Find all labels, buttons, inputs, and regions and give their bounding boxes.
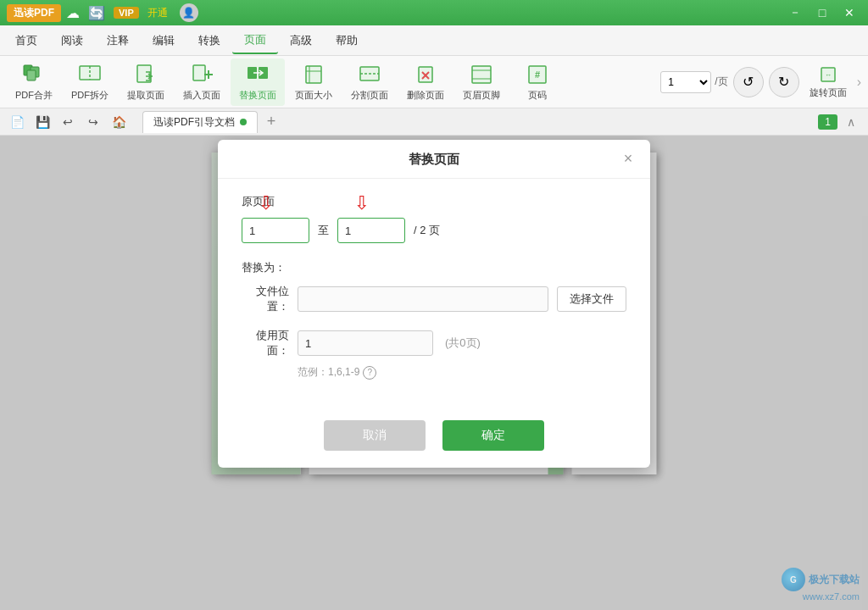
split-page-icon bbox=[357, 63, 382, 86]
pdf-split-label: PDF拆分 bbox=[71, 89, 108, 102]
file-tab-dot bbox=[240, 119, 247, 125]
file-tab[interactable]: 迅读PDF引导文档 bbox=[142, 111, 258, 133]
header-footer-button[interactable]: 页眉页脚 bbox=[454, 58, 509, 106]
rotate-page-button[interactable]: ↔ 旋转页面 bbox=[804, 58, 852, 106]
dialog-close-button[interactable]: × bbox=[618, 149, 638, 169]
cancel-button[interactable]: 取消 bbox=[324, 420, 426, 451]
undo-icon[interactable]: ↩ bbox=[58, 112, 78, 132]
dialog-overlay: 替换页面 × 原页面 ⇧ 至 bbox=[0, 136, 868, 610]
avatar: 👤 bbox=[180, 3, 198, 22]
menu-bar: 首页 阅读 注释 编辑 转换 页面 高级 帮助 bbox=[0, 25, 868, 56]
replace-page-label: 替换页面 bbox=[239, 89, 276, 102]
page-select[interactable]: 1 bbox=[660, 71, 711, 93]
cloud-icon: ☁ bbox=[66, 5, 80, 21]
toolbar: PDF合并 PDF拆分 提取页面 插入页面 替换页面 页面大小 分割页面 bbox=[0, 56, 868, 108]
title-left: 迅读PDF ☁ 🔄 VIP 开通 👤 bbox=[7, 3, 202, 22]
dialog-header: 替换页面 × bbox=[218, 140, 650, 179]
file-location-label: 文件位置： bbox=[242, 284, 289, 314]
to-page-input[interactable] bbox=[337, 218, 405, 243]
svg-rect-21 bbox=[472, 66, 491, 83]
redo-icon[interactable]: ↪ bbox=[83, 112, 103, 132]
minimize-button[interactable]: － bbox=[783, 3, 807, 23]
watermark: G 极光下载站 www.xz7.com bbox=[782, 568, 860, 602]
restore-button[interactable]: □ bbox=[810, 3, 834, 23]
rotate-page-label: 旋转页面 bbox=[810, 86, 847, 99]
split-page-button[interactable]: 分割页面 bbox=[342, 58, 397, 106]
confirm-button[interactable]: 确定 bbox=[442, 420, 544, 451]
dialog-body: 原页面 ⇧ 至 ⇧ bbox=[218, 179, 650, 408]
extract-page-button[interactable]: 提取页面 bbox=[119, 58, 173, 106]
vip-open[interactable]: 开通 bbox=[147, 6, 168, 20]
window-controls: － □ ✕ bbox=[783, 3, 861, 23]
header-footer-icon bbox=[469, 63, 494, 86]
split-page-label: 分割页面 bbox=[351, 89, 388, 102]
sync-icon: 🔄 bbox=[88, 5, 105, 21]
total-pages-note: (共0页) bbox=[445, 336, 481, 351]
use-pages-label: 使用页面： bbox=[242, 328, 289, 358]
insert-page-icon bbox=[189, 63, 214, 86]
delete-page-label: 删除页面 bbox=[407, 89, 444, 102]
dialog-title: 替换页面 bbox=[409, 152, 459, 168]
extract-page-icon bbox=[133, 63, 159, 86]
menu-help[interactable]: 帮助 bbox=[324, 28, 370, 53]
use-pages-input[interactable] bbox=[298, 330, 433, 356]
tab-area: 迅读PDF引导文档 + 1 ∧ bbox=[142, 111, 861, 133]
tab-collapse-button[interactable]: ∧ bbox=[841, 112, 861, 132]
svg-text:#: # bbox=[535, 69, 540, 80]
choose-file-button[interactable]: 选择文件 bbox=[557, 286, 626, 312]
menu-advanced[interactable]: 高级 bbox=[278, 28, 324, 53]
menu-annotation[interactable]: 注释 bbox=[95, 28, 141, 53]
quick-bar: 📄 💾 ↩ ↪ 🏠 迅读PDF引导文档 + 1 ∧ bbox=[0, 108, 868, 136]
menu-convert[interactable]: 转换 bbox=[186, 28, 232, 53]
page-size-icon bbox=[301, 63, 326, 86]
insert-page-button[interactable]: 插入页面 bbox=[175, 58, 229, 106]
toolbar-more-icon[interactable]: › bbox=[857, 75, 861, 90]
page-number-button[interactable]: # 页码 bbox=[510, 58, 565, 106]
pdf-merge-label: PDF合并 bbox=[15, 89, 53, 102]
pdf-merge-icon bbox=[21, 63, 47, 86]
tab-add-button[interactable]: + bbox=[261, 112, 281, 132]
page-range-total: / 2 页 bbox=[414, 223, 440, 238]
extract-page-label: 提取页面 bbox=[127, 89, 164, 102]
hint-text: 范例：1,6,1-9 bbox=[298, 365, 359, 380]
source-page-label: 原页面 bbox=[242, 194, 626, 209]
page-input-group: 1 /页 bbox=[660, 71, 727, 93]
home-icon[interactable]: 🏠 bbox=[108, 112, 129, 132]
rotate-ccw-button[interactable]: ↺ bbox=[733, 67, 764, 97]
menu-read[interactable]: 阅读 bbox=[49, 28, 95, 53]
vip-badge: VIP bbox=[114, 7, 139, 19]
from-page-input[interactable] bbox=[242, 218, 309, 243]
menu-edit[interactable]: 编辑 bbox=[141, 28, 186, 53]
watermark-site: 极光下载站 bbox=[809, 573, 860, 587]
svg-rect-13 bbox=[306, 66, 321, 83]
watermark-url: www.xz7.com bbox=[803, 591, 860, 602]
file-location-input[interactable] bbox=[298, 286, 548, 312]
app-name: 迅读PDF bbox=[7, 4, 61, 22]
file-icon[interactable]: 📄 bbox=[7, 112, 27, 132]
file-tab-name: 迅读PDF引导文档 bbox=[153, 115, 235, 130]
main-area: 你好，欢迎使用迅读PDF bbox=[0, 136, 868, 610]
close-button[interactable]: ✕ bbox=[837, 3, 861, 23]
rotate-cw-button[interactable]: ↻ bbox=[769, 67, 799, 97]
delete-page-button[interactable]: 删除页面 bbox=[398, 58, 453, 106]
svg-text:↔: ↔ bbox=[825, 71, 832, 79]
replace-page-dialog: 替换页面 × 原页面 ⇧ 至 bbox=[218, 140, 650, 468]
menu-home[interactable]: 首页 bbox=[3, 28, 49, 53]
file-location-row: 文件位置： 选择文件 bbox=[242, 284, 626, 314]
save-icon[interactable]: 💾 bbox=[32, 112, 53, 132]
title-bar: 迅读PDF ☁ 🔄 VIP 开通 👤 － □ ✕ bbox=[0, 0, 868, 25]
tab-page-number: 1 bbox=[818, 114, 837, 130]
pdf-merge-button[interactable]: PDF合并 bbox=[7, 58, 61, 106]
replace-as-label: 替换为： bbox=[242, 260, 626, 275]
replace-page-icon bbox=[245, 63, 270, 86]
watermark-logo-icon: G bbox=[782, 568, 805, 591]
toolbar-right: 1 /页 ↺ ↻ ↔ 旋转页面 › bbox=[660, 58, 861, 106]
pdf-split-button[interactable]: PDF拆分 bbox=[63, 58, 117, 106]
page-size-button[interactable]: 页面大小 bbox=[287, 58, 341, 106]
page-number-icon: # bbox=[525, 63, 550, 86]
replace-page-button[interactable]: 替换页面 bbox=[231, 58, 285, 106]
page-number-label: 页码 bbox=[528, 89, 547, 102]
use-pages-row: 使用页面： (共0页) bbox=[242, 328, 626, 358]
page-range-row: ⇧ 至 ⇧ / 2 页 bbox=[242, 218, 626, 243]
menu-page[interactable]: 页面 bbox=[232, 27, 278, 54]
